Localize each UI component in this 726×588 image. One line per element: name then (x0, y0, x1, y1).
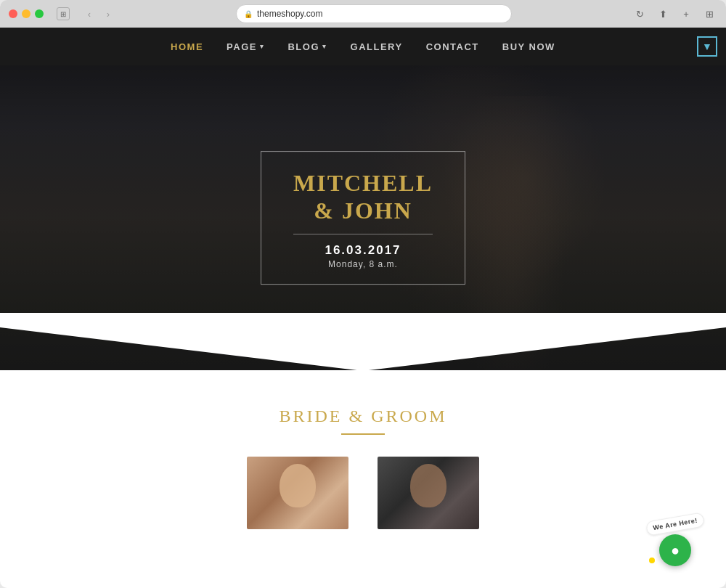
minimize-button[interactable] (22, 9, 30, 18)
nav-gallery[interactable]: GALLERY (351, 41, 403, 52)
share-icon[interactable]: ⬆ (655, 6, 671, 22)
hero-name-line1: Mitchell (293, 169, 433, 197)
section-title: Bride & Groom (279, 407, 446, 426)
nav-links: HOME PAGE ▾ BLOG ▾ GALLERY CONTACT BUY N… (171, 41, 555, 52)
chat-status-dot (648, 556, 656, 565)
nav-home[interactable]: HOME (171, 41, 203, 52)
chat-widget[interactable]: We Are Here! ● (646, 517, 704, 566)
extensions-icon[interactable]: ⊞ (701, 6, 717, 22)
nav-arrows: ‹ › (81, 6, 116, 22)
photos-row (247, 457, 479, 529)
nav-blog[interactable]: BLOG ▾ (287, 41, 327, 52)
close-button[interactable] (9, 9, 17, 18)
chat-circle[interactable]: ● (659, 534, 691, 566)
nav-icon-box[interactable]: ▼ (697, 36, 717, 57)
browser-frame: ⊞ ‹ › 🔒 themeshopy.com ↻ ⬆ + ⊞ HOME (0, 0, 726, 588)
address-bar[interactable]: 🔒 themeshopy.com (236, 4, 512, 23)
groom-photo (378, 457, 479, 529)
hero-day: Monday, 8 a.m. (293, 259, 433, 269)
fullscreen-button[interactable] (35, 9, 44, 18)
hero-date: 16.03.2017 (293, 243, 433, 258)
hero-wrapper: Mitchell & John 16.03.2017 Monday, 8 a.m… (0, 65, 726, 370)
groom-face (410, 464, 446, 507)
hero-name-line2: & John (293, 197, 433, 225)
below-fold: Bride & Groom (0, 370, 726, 588)
nav-page[interactable]: PAGE ▾ (227, 41, 264, 52)
hero-content: Mitchell & John 16.03.2017 Monday, 8 a.m… (261, 151, 465, 285)
hero-box: Mitchell & John 16.03.2017 Monday, 8 a.m… (261, 151, 465, 285)
browser-titlebar: ⊞ ‹ › 🔒 themeshopy.com ↻ ⬆ + ⊞ (0, 0, 726, 28)
nav-special-icon: ▼ (702, 41, 712, 52)
address-bar-wrapper: 🔒 themeshopy.com (122, 4, 626, 23)
bride-photo (247, 457, 348, 529)
site-nav: HOME PAGE ▾ BLOG ▾ GALLERY CONTACT BUY N… (0, 28, 726, 65)
blog-dropdown-icon: ▾ (322, 43, 327, 50)
bride-face (280, 464, 316, 507)
browser-actions: ↻ ⬆ + ⊞ (632, 6, 717, 22)
section-underline (341, 433, 385, 435)
page-dropdown-icon: ▾ (260, 43, 265, 50)
forward-button[interactable]: › (100, 6, 116, 22)
new-tab-button[interactable]: + (678, 6, 694, 22)
lock-icon: 🔒 (244, 10, 253, 18)
reload-button[interactable]: ↻ (632, 6, 648, 22)
grid-icon[interactable]: ⊞ (57, 7, 70, 20)
website: HOME PAGE ▾ BLOG ▾ GALLERY CONTACT BUY N… (0, 28, 726, 588)
browser-content: HOME PAGE ▾ BLOG ▾ GALLERY CONTACT BUY N… (0, 28, 726, 588)
hero-date-line: 16.03.2017 Monday, 8 a.m. (293, 234, 433, 269)
svg-marker-0 (0, 313, 726, 371)
window-controls: ⊞ (57, 7, 70, 20)
traffic-lights (9, 9, 44, 18)
hero-names: Mitchell & John (293, 169, 433, 225)
back-button[interactable]: ‹ (81, 6, 97, 22)
url-text: themeshopy.com (257, 9, 323, 19)
nav-contact[interactable]: CONTACT (426, 41, 479, 52)
nav-buynow[interactable]: BUY NOW (502, 41, 555, 52)
chevron-divider (0, 313, 726, 371)
